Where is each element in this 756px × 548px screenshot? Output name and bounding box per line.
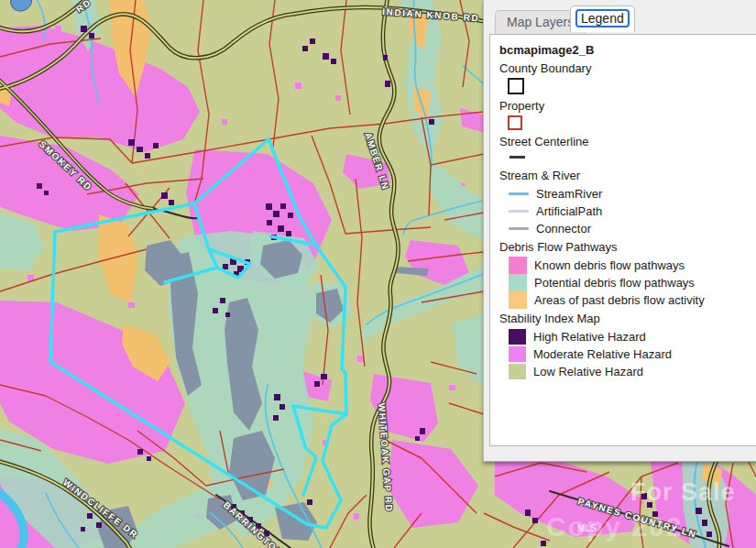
legend-row-known-debris: Known debris flow pathways: [499, 257, 748, 274]
artificialpath-label: ArtificialPath: [536, 204, 602, 218]
layers-legend-panel: Map Layers Legend bcmapimage2_B County B…: [483, 0, 756, 462]
legend-row-moderate-hazard: Moderate Relative Hazard: [499, 345, 748, 363]
known-debris-label: Known debris flow pathways: [534, 258, 685, 272]
past-debris-swatch: [509, 291, 527, 309]
property-swatch: [508, 115, 522, 130]
legend-row-low-hazard: Low Relative Hazard: [499, 363, 748, 380]
watermark-for-sale: For Sale: [630, 478, 736, 506]
legend-title: bcmapimage2_B: [499, 43, 748, 57]
panel-tabbar: Map Layers Legend: [484, 0, 756, 34]
potential-debris-label: Potential debris flow pathways: [534, 276, 695, 290]
legend-row-high-hazard: High Relative Hazard: [499, 328, 748, 345]
moderate-hazard-swatch: [509, 346, 526, 362]
watermark-copyright: Copy 202: [546, 511, 683, 542]
potential-debris-swatch: [509, 274, 527, 291]
legend-row-past-debris: Areas of past debris flow activity: [499, 291, 748, 309]
watermark-mls: MLS: [577, 523, 597, 533]
low-hazard-swatch: [509, 364, 526, 379]
legend-row-potential-debris: Potential debris flow pathways: [499, 274, 748, 291]
streamriver-line-swatch: [509, 192, 529, 195]
legend-row-connector: Connector: [499, 220, 748, 237]
high-hazard-swatch: [509, 329, 526, 345]
legend-county-boundary-label: County Boundary: [499, 61, 748, 75]
legend-row-artificialpath: ArtificialPath: [499, 203, 748, 220]
streamriver-label: StreamRiver: [536, 187, 602, 201]
tab-legend[interactable]: Legend: [570, 5, 635, 32]
legend-row-streamriver: StreamRiver: [499, 185, 748, 203]
legend-stability-header: Stability Index Map: [499, 312, 748, 325]
past-debris-label: Areas of past debris flow activity: [534, 293, 705, 307]
tab-legend-label: Legend: [575, 9, 630, 27]
legend-debris-header: Debris Flow Pathways: [499, 240, 748, 254]
connector-label: Connector: [536, 222, 591, 236]
legend-stream-river-header: Stream & River: [499, 169, 748, 182]
legend-street-centerline-label: Street Centerline: [499, 135, 748, 148]
legend-property-label: Property: [499, 99, 748, 113]
low-hazard-label: Low Relative Hazard: [533, 365, 643, 378]
known-debris-swatch: [509, 257, 527, 274]
moderate-hazard-label: Moderate Relative Hazard: [533, 347, 672, 361]
artificialpath-line-swatch: [509, 210, 529, 213]
street-centerline-swatch: [509, 156, 525, 159]
connector-line-swatch: [509, 227, 529, 230]
county-boundary-swatch: [508, 78, 524, 94]
legend-content: bcmapimage2_B County Boundary Property S…: [489, 34, 756, 446]
app-window: { "panel": { "tabs": { "map_layers": "Ma…: [0, 0, 756, 548]
high-hazard-label: High Relative Hazard: [533, 330, 646, 344]
